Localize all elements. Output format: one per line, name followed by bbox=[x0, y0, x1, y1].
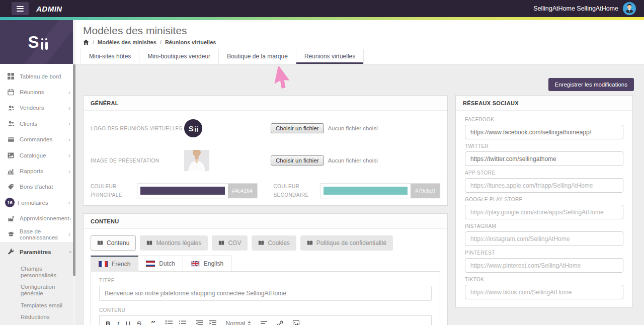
content-tab-politique-confidentialite[interactable]: Politique de confidentialité bbox=[300, 235, 393, 251]
submenu-item-champs-personnalises[interactable]: Champs personnalisés bbox=[21, 266, 68, 279]
logo-preview: S bbox=[184, 119, 271, 137]
content-panel: CONTENU Contenu Mentions légales CGV bbox=[83, 213, 448, 325]
user-avatar[interactable] bbox=[623, 2, 636, 15]
appstore-input[interactable] bbox=[465, 178, 623, 193]
sidebar-item-clients[interactable]: Clients ‹ bbox=[0, 116, 75, 131]
content-tab-cookies[interactable]: Cookies bbox=[252, 235, 296, 251]
sidebar-item-catalogue[interactable]: Catalogue ‹ bbox=[0, 147, 75, 163]
tab-mini-boutiques-vendeur[interactable]: Mini-boutiques vendeur bbox=[139, 49, 218, 64]
field-label: FACEBOOK bbox=[465, 117, 623, 122]
pinterest-input[interactable] bbox=[465, 258, 623, 273]
breadcrumb-separator: / bbox=[93, 39, 94, 45]
home-icon[interactable] bbox=[83, 39, 89, 45]
strikethrough-button[interactable]: S bbox=[137, 320, 141, 325]
sidebar-item-base-de-connaissances[interactable]: Base de connaissances ‹ bbox=[0, 226, 75, 242]
submenu-item-reductions[interactable]: Réductions bbox=[21, 314, 68, 320]
insert-image-icon[interactable] bbox=[293, 320, 299, 325]
colors-row: COULEUR PRINCIPALE #4e4164 COULEUR SECON… bbox=[91, 182, 440, 199]
no-file-chosen-text: Aucun fichier choisi bbox=[328, 157, 378, 164]
content-tab-mentions-legales[interactable]: Mentions légales bbox=[140, 235, 208, 251]
tiktok-input[interactable] bbox=[465, 285, 623, 299]
outdent-icon[interactable] bbox=[196, 320, 203, 325]
breadcrumb: / Modèles des minisites / Réunions virtu… bbox=[83, 39, 644, 45]
sidebar-logo[interactable]: S bbox=[0, 20, 75, 64]
twitter-input[interactable] bbox=[465, 151, 623, 166]
language-tabs: French Dutch English bbox=[91, 256, 440, 272]
hamburger-menu-icon[interactable] bbox=[12, 2, 29, 15]
blockquote-button[interactable]: ” bbox=[151, 321, 156, 325]
social-panel-body: FACEBOOK TWITTER APP STORE GOOGLE P bbox=[456, 111, 632, 307]
bullet-list-icon[interactable] bbox=[179, 320, 186, 325]
sidebar-item-reunions[interactable]: Réunions ‹ bbox=[0, 84, 75, 100]
primary-color-picker[interactable]: #4e4164 bbox=[137, 183, 258, 198]
secondary-color-picker[interactable]: #79c6c0 bbox=[320, 183, 441, 198]
underline-button[interactable]: U bbox=[126, 320, 130, 325]
sidebar-item-label: Paramètres bbox=[20, 249, 51, 255]
sidebar-scrollbar[interactable] bbox=[73, 20, 75, 325]
logo-mark-icon bbox=[41, 35, 48, 50]
indent-icon[interactable] bbox=[209, 320, 216, 325]
social-field-app-store: APP STORE bbox=[465, 170, 623, 193]
submenu-item-templates-email[interactable]: Templates email bbox=[21, 302, 68, 309]
ordered-list-icon[interactable] bbox=[166, 320, 173, 325]
sidebar-item-approvisionnement[interactable]: Approvisionnement ‹ bbox=[0, 211, 75, 226]
general-panel-title: GÉNÉRAL bbox=[84, 96, 447, 111]
googleplay-input[interactable] bbox=[465, 205, 623, 219]
align-icon[interactable] bbox=[261, 321, 267, 325]
choose-file-button[interactable]: Choisir un fichier bbox=[271, 155, 324, 166]
chevron-left-icon: ‹ bbox=[68, 120, 70, 127]
breadcrumb-item[interactable]: Modèles des minisites bbox=[98, 39, 156, 45]
admin-brand: ADMIN bbox=[36, 5, 62, 13]
secondary-color-group: COULEUR SECONDAIRE #79c6c0 bbox=[274, 182, 441, 199]
italic-button[interactable]: I bbox=[117, 320, 119, 325]
sidebar-item-label: Bons d'achat bbox=[20, 184, 53, 190]
scrollbar-thumb[interactable] bbox=[73, 64, 75, 276]
instagram-input[interactable] bbox=[465, 231, 623, 246]
uk-flag-icon bbox=[191, 261, 200, 267]
image-file-group: Choisir un fichier Aucun fichier choisi bbox=[271, 155, 378, 166]
dashboard-grid-icon bbox=[7, 73, 15, 80]
chevron-left-icon: ‹ bbox=[68, 152, 70, 158]
gradient-strip bbox=[0, 17, 644, 20]
breadcrumb-item-current: Réunions virtuelles bbox=[165, 39, 216, 45]
content-tab-contenu[interactable]: Contenu bbox=[91, 235, 136, 251]
sidebar-item-bons-achat[interactable]: Bons d'achat bbox=[0, 179, 75, 195]
sidebar-item-parametres[interactable]: Paramètres ‹ bbox=[0, 244, 75, 260]
format-value: Normal bbox=[226, 320, 246, 325]
social-panel-title: RÉSEAUX SOCIAUX bbox=[456, 96, 632, 111]
page-header: Modèles des minisites / Modèles des mini… bbox=[75, 20, 644, 64]
submenu-item-configuration-generale[interactable]: Configuration générale bbox=[21, 284, 68, 297]
sidebar-item-rapports[interactable]: Rapports ‹ bbox=[0, 163, 75, 179]
choose-file-button[interactable]: Choisir un fichier bbox=[271, 123, 324, 133]
save-button[interactable]: Enregistrer les modifications bbox=[548, 78, 634, 91]
sidebar-item-tableau-de-bord[interactable]: Tableau de bord bbox=[0, 68, 75, 84]
france-flag-icon bbox=[99, 261, 108, 267]
tab-mini-sites-hotes[interactable]: Mini-sites hôtes bbox=[80, 49, 139, 64]
chevron-left-icon: ‹ bbox=[69, 215, 71, 222]
bold-button[interactable]: B bbox=[106, 320, 110, 325]
presentation-image-preview bbox=[184, 150, 271, 171]
tab-boutique-de-la-marque[interactable]: Boutique de la marque bbox=[218, 49, 296, 64]
sidebar-item-vendeurs[interactable]: Vendeurs ‹ bbox=[0, 100, 75, 116]
titre-input[interactable] bbox=[99, 286, 432, 301]
select-arrows-icon bbox=[248, 321, 251, 325]
book-icon bbox=[258, 240, 264, 246]
lang-tab-french[interactable]: French bbox=[91, 256, 138, 272]
content-tab-cgv[interactable]: CGV bbox=[212, 235, 248, 251]
field-label: GOOGLE PLAY STORE bbox=[465, 197, 623, 202]
chevron-left-icon: ‹ bbox=[68, 168, 70, 175]
link-icon[interactable] bbox=[277, 320, 283, 325]
sidebar-item-formulaires[interactable]: 16 Formulaires ‹ bbox=[0, 195, 75, 210]
tab-reunions-virtuelles[interactable]: Réunions virtuelles bbox=[296, 49, 364, 64]
lang-tab-english[interactable]: English bbox=[183, 256, 231, 272]
sidebar-item-commandes[interactable]: Commandes ‹ bbox=[0, 132, 75, 147]
facebook-input[interactable] bbox=[465, 125, 623, 139]
editor-toolbar: B I U S ” Normal bbox=[99, 315, 432, 325]
lang-tab-dutch[interactable]: Dutch bbox=[138, 256, 183, 272]
page-title: Modèles des minisites bbox=[75, 20, 644, 37]
primary-color-group: COULEUR PRINCIPALE #4e4164 bbox=[91, 182, 258, 199]
topbar: ADMIN SellingAtHome SellingAtHome bbox=[0, 0, 644, 17]
format-select[interactable]: Normal bbox=[226, 320, 252, 325]
user-menu[interactable]: SellingAtHome SellingAtHome bbox=[533, 2, 636, 15]
user-name: SellingAtHome SellingAtHome bbox=[533, 5, 618, 12]
